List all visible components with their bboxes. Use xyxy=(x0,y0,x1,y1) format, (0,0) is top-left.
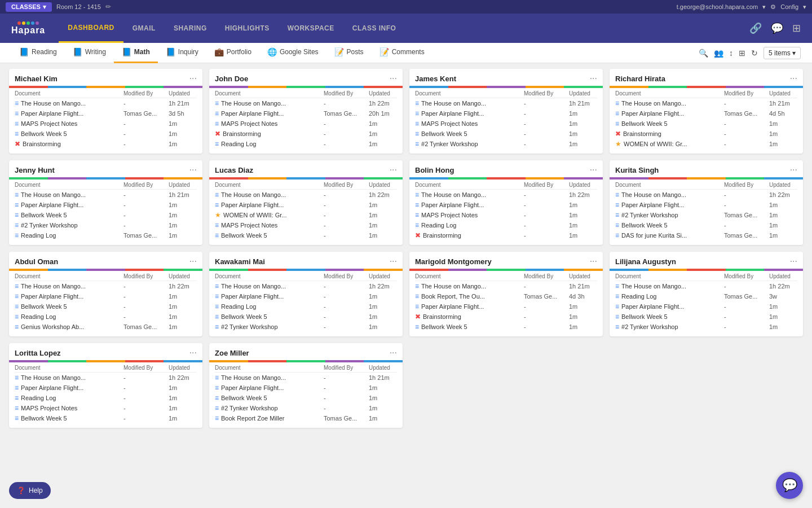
table-row[interactable]: ≡Paper Airplane Flight...Tomas Ge...20h … xyxy=(215,108,397,119)
sort-icon[interactable]: ↕ xyxy=(729,49,733,58)
table-row[interactable]: ≡The House on Mango...-1h 21m xyxy=(415,98,597,108)
student-name[interactable]: Lilijana Augustyn xyxy=(615,257,676,266)
student-name[interactable]: James Kent xyxy=(415,75,456,83)
table-row[interactable]: ≡#2 Tynker Workshop-1m xyxy=(215,322,397,332)
table-row[interactable]: ≡The House on Mango...-1h 22m xyxy=(215,190,397,200)
card-menu-button[interactable]: ··· xyxy=(189,165,197,175)
tab-google-sites[interactable]: 🌐 Google Sites xyxy=(259,43,326,63)
table-row[interactable]: ≡Paper Airplane Flight...-1m xyxy=(415,200,597,210)
table-row[interactable]: ≡The House on Mango...-1h 22m xyxy=(215,98,397,108)
tab-reading[interactable]: 📘 Reading xyxy=(11,43,65,63)
refresh-icon[interactable]: ↻ xyxy=(751,49,758,58)
link-icon[interactable]: 🔗 xyxy=(749,22,762,34)
tab-inquiry[interactable]: 📘 Inquiry xyxy=(158,43,206,63)
table-row[interactable]: ≡#2 Tynker Workshop-1m xyxy=(15,220,197,230)
card-menu-button[interactable]: ··· xyxy=(390,348,397,358)
card-menu-button[interactable]: ··· xyxy=(390,73,397,84)
table-row[interactable]: ≡Reading Log-1m xyxy=(215,139,397,149)
table-row[interactable]: ≡Paper Airplane Flight...-1m xyxy=(615,200,797,210)
table-row[interactable]: ≡Paper Airplane Flight...-1m xyxy=(415,108,597,119)
table-row[interactable]: ≡Bellwork Week 5-1m xyxy=(215,393,397,403)
card-menu-button[interactable]: ··· xyxy=(189,348,197,358)
student-name[interactable]: Jenny Hunt xyxy=(15,166,55,174)
table-row[interactable]: ≡#2 Tynker WorkshopTomas Ge...1m xyxy=(615,210,797,220)
student-name[interactable]: John Doe xyxy=(215,75,248,83)
table-row[interactable]: ≡Bellwork Week 5-1m xyxy=(415,129,597,139)
card-menu-button[interactable]: ··· xyxy=(790,73,797,84)
table-row[interactable]: ≡Bellwork Week 5-1m xyxy=(615,119,797,129)
card-menu-button[interactable]: ··· xyxy=(590,73,597,84)
tab-writing[interactable]: 📘 Writing xyxy=(65,43,114,63)
table-row[interactable]: ≡Genius Workshop Ab...Tomas Ge...1m xyxy=(15,322,197,332)
table-row[interactable]: ≡The House on Mango...-1h 22m xyxy=(415,190,597,200)
table-row[interactable]: ≡Bellwork Week 5-1m xyxy=(215,312,397,322)
table-row[interactable]: ≡The House on Mango...-1h 21m xyxy=(415,281,597,291)
card-menu-button[interactable]: ··· xyxy=(390,165,397,175)
table-row[interactable]: ≡MAPS Project Notes-1m xyxy=(415,210,597,220)
table-row[interactable]: ≡The House on Mango...-1h 21m xyxy=(15,190,197,200)
nav-workspace[interactable]: WORKSPACE xyxy=(279,14,343,43)
chat-icon[interactable]: 💬 xyxy=(771,22,783,34)
table-row[interactable]: ≡The House on Mango...-1h 22m xyxy=(615,281,797,291)
table-row[interactable]: ≡Paper Airplane Flight...-1m xyxy=(15,383,197,393)
table-row[interactable]: ≡Bellwork Week 5-1m xyxy=(215,230,397,240)
student-name[interactable]: Kurita Singh xyxy=(615,166,659,174)
table-row[interactable]: ≡Bellwork Week 5-1m xyxy=(15,210,197,220)
table-row[interactable]: ≡#2 Tynker Workshop-1m xyxy=(415,139,597,149)
nav-gmail[interactable]: GMAIL xyxy=(123,14,165,43)
table-row[interactable]: ≡Reading Log-1m xyxy=(415,220,597,230)
table-row[interactable]: ≡Bellwork Week 5-1m xyxy=(15,301,197,312)
table-row[interactable]: ≡The House on Mango...-1h 21m xyxy=(615,98,797,108)
card-menu-button[interactable]: ··· xyxy=(590,256,597,266)
tab-math[interactable]: 📘 Math xyxy=(114,43,158,63)
table-row[interactable]: ≡MAPS Project Notes-1m xyxy=(15,119,197,129)
student-name[interactable]: Loritta Lopez xyxy=(15,349,61,357)
table-row[interactable]: ≡Paper Airplane Flight...-1m xyxy=(15,200,197,210)
student-name[interactable]: Marigold Montgomery xyxy=(415,257,492,266)
table-row[interactable]: ≡Paper Airplane Flight...-1m xyxy=(415,301,597,312)
nav-highlights[interactable]: HIGHLIGHTS xyxy=(216,14,279,43)
table-row[interactable]: ≡Paper Airplane Flight...-1m xyxy=(215,200,397,210)
card-menu-button[interactable]: ··· xyxy=(189,73,197,84)
table-row[interactable]: ≡Reading LogTomas Ge...1m xyxy=(15,230,197,240)
user-email[interactable]: t.george@school.hapara.com xyxy=(677,3,758,10)
people-icon[interactable]: 👥 xyxy=(714,49,723,58)
tab-portfolio[interactable]: 💼 Portfolio xyxy=(206,43,259,63)
table-row[interactable]: ✖Brainstorming-1m xyxy=(215,129,397,139)
grid-icon[interactable]: ⊞ xyxy=(792,22,801,34)
student-name[interactable]: Zoe Miller xyxy=(215,349,249,357)
table-row[interactable]: ≡The House on Mango...-1h 21m xyxy=(215,373,397,383)
nav-class-info[interactable]: CLASS INFO xyxy=(343,14,405,43)
student-name[interactable]: Abdul Oman xyxy=(15,257,58,266)
table-row[interactable]: ≡The House on Mango...-1h 21m xyxy=(15,98,197,108)
card-menu-button[interactable]: ··· xyxy=(390,256,397,266)
table-row[interactable]: ≡Reading Log-1m xyxy=(15,393,197,403)
table-row[interactable]: ≡Bellwork Week 5-1m xyxy=(615,312,797,322)
table-row[interactable]: ≡Book Report, The Ou...Tomas Ge...4d 3h xyxy=(415,291,597,301)
table-row[interactable]: ≡The House on Mango...-1h 22m xyxy=(615,190,797,200)
table-row[interactable]: ≡Paper Airplane Flight...Tomas Ge...4d 5… xyxy=(615,108,797,119)
table-row[interactable]: ✖Brainstorming-1m xyxy=(615,129,797,139)
table-row[interactable]: ≡Bellwork Week 5-1m xyxy=(15,129,197,139)
items-filter-button[interactable]: 5 items ▾ xyxy=(764,47,801,59)
table-row[interactable]: ≡Bellwork Week 5-1m xyxy=(15,413,197,423)
table-row[interactable]: ★WOMEN of WWII: Gr...-1m xyxy=(615,139,797,149)
table-row[interactable]: ≡Paper Airplane Flight...-1m xyxy=(215,291,397,301)
grid-view-icon[interactable]: ⊞ xyxy=(739,49,745,58)
card-menu-button[interactable]: ··· xyxy=(189,256,197,266)
table-row[interactable]: ≡Book Report Zoe MillerTomas Ge...1m xyxy=(215,413,397,423)
card-menu-button[interactable]: ··· xyxy=(790,165,797,175)
student-name[interactable]: Richard Hirata xyxy=(615,75,665,83)
nav-sharing[interactable]: SHARING xyxy=(165,14,216,43)
table-row[interactable]: ≡MAPS Project Notes-1m xyxy=(15,403,197,413)
table-row[interactable]: ≡Reading LogTomas Ge...3w xyxy=(615,291,797,301)
edit-icon[interactable]: ✏ xyxy=(105,3,111,11)
table-row[interactable]: ≡MAPS Project Notes-1m xyxy=(215,119,397,129)
tab-posts[interactable]: 📝 Posts xyxy=(326,43,372,63)
card-menu-button[interactable]: ··· xyxy=(590,165,597,175)
table-row[interactable]: ≡Reading Log-1m xyxy=(215,301,397,312)
table-row[interactable]: ≡Bellwork Week 5-1m xyxy=(415,322,597,332)
table-row[interactable]: ✖Brainstorming-1m xyxy=(415,312,597,322)
config-label[interactable]: Config xyxy=(780,3,798,10)
student-name[interactable]: Lucas Diaz xyxy=(215,166,253,174)
